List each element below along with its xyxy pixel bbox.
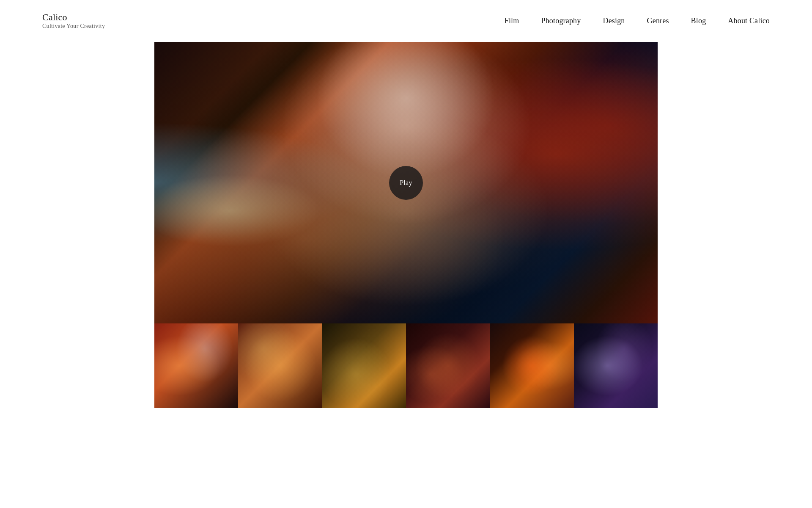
site-title: Calico xyxy=(42,12,105,23)
logo[interactable]: Calico Cultivate Your Creativity xyxy=(42,12,105,30)
thumbnail-5[interactable] xyxy=(490,323,573,408)
site-subtitle: Cultivate Your Creativity xyxy=(42,23,105,30)
nav-item-film[interactable]: Film xyxy=(505,17,519,25)
nav-item-photography[interactable]: Photography xyxy=(541,17,581,25)
site-header: Calico Cultivate Your Creativity Film Ph… xyxy=(0,0,812,42)
nav-item-genres[interactable]: Genres xyxy=(647,17,669,25)
nav-item-blog[interactable]: Blog xyxy=(691,17,706,25)
play-button[interactable]: Play xyxy=(389,166,423,200)
thumbnail-1[interactable] xyxy=(154,323,238,408)
nav-item-about[interactable]: About Calico xyxy=(728,17,770,25)
thumbnail-strip xyxy=(154,323,658,408)
thumbnail-6[interactable] xyxy=(574,323,658,408)
hero-section: Play xyxy=(154,42,658,323)
main-nav: Film Photography Design Genres Blog Abou… xyxy=(505,17,770,25)
thumbnail-3[interactable] xyxy=(322,323,406,408)
nav-item-design[interactable]: Design xyxy=(603,17,625,25)
play-button-label: Play xyxy=(400,179,412,187)
thumbnail-4[interactable] xyxy=(406,323,490,408)
thumbnail-2[interactable] xyxy=(238,323,322,408)
